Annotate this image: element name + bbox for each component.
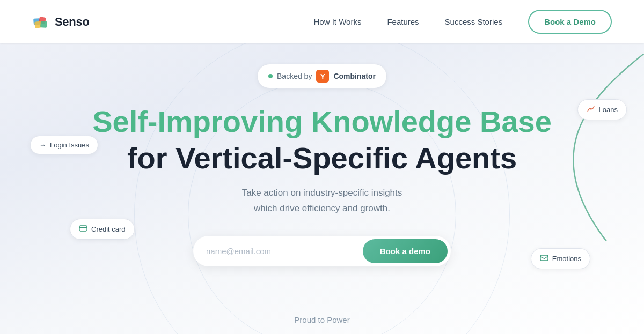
backed-by-text: Backed by xyxy=(277,72,312,80)
chip-emotions-label: Emotions xyxy=(552,255,581,263)
book-demo-submit-button[interactable]: Book a demo xyxy=(363,239,448,263)
chip-loans-label: Loans xyxy=(599,106,618,114)
combinator-text: Combinator xyxy=(333,72,376,80)
proud-to-power-text: Proud to Power xyxy=(294,315,349,324)
hero-subtitle-line2: which drive efficiency and growth. xyxy=(254,203,390,213)
logo-text: Senso xyxy=(55,15,90,29)
chip-login-label: Login Issues xyxy=(50,141,89,149)
svg-rect-4 xyxy=(79,226,87,231)
logo[interactable]: Senso xyxy=(32,13,90,31)
backed-by-badge: Backed by Y Combinator xyxy=(257,64,387,88)
yc-logo: Y xyxy=(316,70,329,83)
green-dot xyxy=(268,74,273,78)
emotions-icon xyxy=(540,254,548,264)
chip-loans: Loans xyxy=(577,99,627,120)
email-input[interactable] xyxy=(206,247,357,256)
nav-how-it-works[interactable]: How It Works xyxy=(313,17,361,26)
navbar: Senso How It Works Features Success Stor… xyxy=(0,0,644,43)
chip-credit-label: Credit card xyxy=(91,225,126,233)
credit-card-icon xyxy=(79,224,87,234)
login-icon: → xyxy=(39,141,46,149)
hero-subtitle-line1: Take action on industry-specific insight… xyxy=(242,188,402,198)
email-form: Book a demo xyxy=(193,236,451,266)
nav-success-stories[interactable]: Success Stories xyxy=(445,17,503,26)
chip-emotions: Emotions xyxy=(531,248,590,269)
loans-icon xyxy=(587,105,595,115)
hero-subtitle: Take action on industry-specific insight… xyxy=(242,185,402,217)
hero-title-green: Self-Improving Knowledge Base xyxy=(92,105,552,139)
svg-point-6 xyxy=(590,108,591,110)
chip-login-issues: → Login Issues xyxy=(30,136,98,154)
nav-book-demo-button[interactable]: Book a Demo xyxy=(528,10,612,34)
svg-rect-3 xyxy=(40,21,47,28)
nav-features[interactable]: Features xyxy=(387,17,419,26)
logo-icon xyxy=(32,13,49,31)
svg-rect-7 xyxy=(540,255,548,261)
nav-links: How It Works Features Success Stories Bo… xyxy=(313,10,612,34)
hero-title-dark: for Vertical-Specific Agents xyxy=(127,141,517,175)
chip-credit-card: Credit card xyxy=(70,219,135,240)
